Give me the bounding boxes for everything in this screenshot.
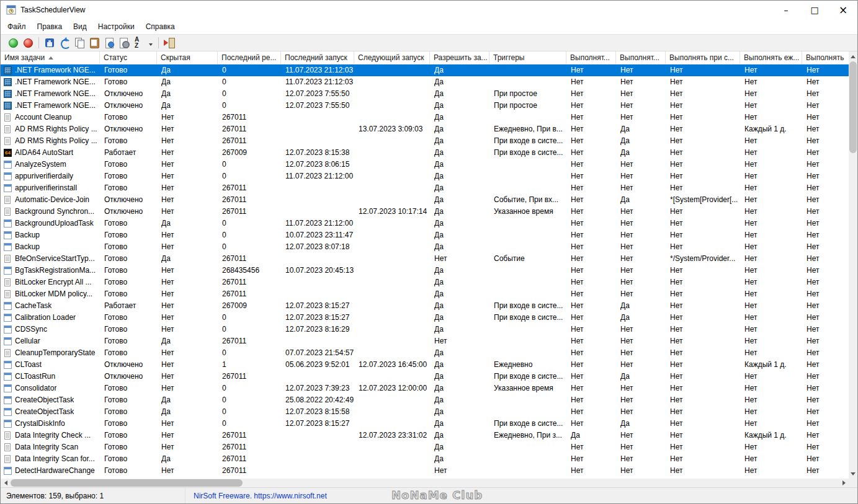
table-row[interactable]: BfeOnServiceStartTyp...ГотовоДа267011Нет… bbox=[1, 253, 857, 265]
table-row[interactable]: DetectHardwareChangeГотовоНет267011НетНе… bbox=[1, 465, 857, 477]
column-header-allow-demand[interactable]: Разрешить за... bbox=[430, 51, 489, 64]
cell-last-run bbox=[281, 453, 354, 465]
table-row[interactable]: AD RMS Rights Policy ...ОтключеноНет2670… bbox=[1, 123, 857, 135]
refresh-icon[interactable] bbox=[58, 37, 71, 49]
cell-run-every: Нет bbox=[740, 182, 802, 194]
table-row[interactable]: BgTaskRegistrationMa...ГотовоНет26843545… bbox=[1, 265, 857, 276]
table-row[interactable]: AIDA64 AutoStartРаботаетНет26700912.07.2… bbox=[1, 147, 857, 159]
column-header-last-run[interactable]: Последний запуск bbox=[281, 51, 354, 64]
table-row[interactable]: BackupГотовоНет012.07.2023 8:07:18ДаНетН… bbox=[1, 241, 857, 253]
cell-next-run bbox=[354, 406, 430, 418]
report-icon[interactable] bbox=[103, 37, 115, 49]
cell-triggers: При входе в систе... bbox=[489, 312, 566, 324]
table-row[interactable]: Automatic-Device-JoinОтключеноНет267011Д… bbox=[1, 194, 857, 206]
table-row[interactable]: CrystalDiskInfoГотовоНет012.07.2023 8:15… bbox=[1, 418, 857, 430]
nirsoft-link[interactable]: NirSoft Freeware. https://www.nirsoft.ne… bbox=[194, 492, 327, 500]
save-icon[interactable] bbox=[43, 37, 56, 49]
column-header-run-every[interactable]: Выполнять еж... bbox=[740, 51, 802, 64]
cell-run-event: Нет bbox=[666, 418, 740, 430]
task-name: CreateObjectTask bbox=[15, 394, 74, 406]
scroll-up-icon[interactable] bbox=[849, 51, 857, 61]
table-row[interactable]: CreateObjectTaskГотовоДа012.07.2023 8:15… bbox=[1, 406, 857, 418]
table-row[interactable]: Background Synchron...ОтключеноНет267011… bbox=[1, 206, 857, 218]
column-header-run-1[interactable]: Выполнят... bbox=[566, 51, 616, 64]
table-row[interactable]: BitLocker MDM policy...ГотовоНет267011Да… bbox=[1, 288, 857, 300]
table-row[interactable]: Data Integrity ScanГотовоНет267011ДаНетН… bbox=[1, 441, 857, 453]
table-row[interactable]: AnalyzeSystemГотовоНет012.07.2023 8:06:1… bbox=[1, 159, 857, 170]
cell-status: Готово bbox=[100, 453, 157, 465]
vertical-scrollbar[interactable] bbox=[849, 51, 857, 479]
cell-run-2: Нет bbox=[616, 347, 666, 359]
clipboard-icon[interactable] bbox=[88, 37, 101, 49]
menu-item-options[interactable]: Настройки bbox=[92, 20, 140, 33]
table-row[interactable]: Account CleanupГотовоНет267011ДаНетНетНе… bbox=[1, 112, 857, 123]
cell-run-1: Нет bbox=[566, 194, 616, 206]
stop-icon[interactable] bbox=[22, 37, 34, 49]
cell-triggers bbox=[489, 241, 566, 253]
cell-status: Готово bbox=[100, 64, 157, 76]
cell-triggers bbox=[489, 265, 566, 276]
cell-status: Готово bbox=[100, 324, 157, 335]
cell-triggers bbox=[489, 64, 566, 76]
table-row[interactable]: .NET Framework NGE...ГотовоДа011.07.2023… bbox=[1, 76, 857, 88]
menu-item-file[interactable]: Файл bbox=[2, 20, 32, 33]
column-header-hidden[interactable]: Скрытая bbox=[157, 51, 218, 64]
table-row[interactable]: BitLocker Encrypt All ...ГотовоНет267011… bbox=[1, 276, 857, 288]
cell-run-event: Нет bbox=[666, 229, 740, 241]
column-header-triggers[interactable]: Триггеры bbox=[489, 51, 566, 64]
copy-icon[interactable] bbox=[73, 37, 86, 49]
table-row[interactable]: appuriverifierdailyГотовоНет011.07.2023 … bbox=[1, 170, 857, 182]
horizontal-scrollbar[interactable] bbox=[1, 479, 849, 487]
table-row[interactable]: CellularГотовоДа267011НетНетНетНетНетНет bbox=[1, 335, 857, 347]
table-row[interactable]: CleanupTemporaryStateГотовоНет007.07.202… bbox=[1, 347, 857, 359]
cell-status: Готово bbox=[100, 112, 157, 123]
task-icon bbox=[4, 314, 12, 322]
cell-run-1: Нет bbox=[566, 465, 616, 477]
cell-name: Consolidator bbox=[1, 382, 100, 394]
table-row[interactable]: ConsolidatorГотовоНет012.07.2023 7:39:23… bbox=[1, 382, 857, 394]
table-row[interactable]: BackupГотовоНет010.07.2023 23:11:47ДаНет… bbox=[1, 229, 857, 241]
column-header-status[interactable]: Статус bbox=[100, 51, 157, 64]
cell-run-event: Нет bbox=[666, 324, 740, 335]
scroll-right-icon[interactable] bbox=[839, 479, 849, 487]
table-row[interactable]: Calibration LoaderГотовоНет012.07.2023 8… bbox=[1, 312, 857, 324]
table-row[interactable]: Data Integrity Check ...ГотовоНет2670111… bbox=[1, 430, 857, 441]
table-row[interactable]: AD RMS Rights Policy ...ГотовоНет267011Д… bbox=[1, 135, 857, 147]
column-header-label: Имя задачи bbox=[4, 53, 45, 62]
table-row[interactable]: CreateObjectTaskГотовоДа025.08.2022 20:4… bbox=[1, 394, 857, 406]
run-icon[interactable] bbox=[7, 37, 19, 49]
menu-item-help[interactable]: Справка bbox=[140, 20, 181, 33]
horizontal-scroll-thumb[interactable] bbox=[11, 479, 243, 487]
cell-run-1: Нет bbox=[566, 253, 616, 265]
cell-run-every: Нет bbox=[740, 135, 802, 147]
table-row[interactable]: CLToastRunОтключеноНет267011ДаПри входе … bbox=[1, 371, 857, 382]
cell-allow-demand: Да bbox=[430, 182, 489, 194]
close-button[interactable]: × bbox=[829, 1, 857, 19]
menu-item-view[interactable]: Вид bbox=[68, 20, 92, 33]
scroll-down-icon[interactable] bbox=[849, 469, 857, 479]
scroll-left-icon[interactable] bbox=[1, 479, 10, 487]
table-row[interactable]: BackgroundUploadTaskГотовоДа011.07.2023 … bbox=[1, 218, 857, 229]
properties-icon[interactable] bbox=[118, 37, 130, 49]
table-row[interactable]: CacheTaskРаботаетНет26700912.07.2023 8:1… bbox=[1, 300, 857, 312]
column-header-run-2[interactable]: Выполнят... bbox=[616, 51, 666, 64]
dropdown-caret-icon[interactable] bbox=[149, 43, 153, 48]
table-row[interactable]: Data Integrity Scan for...ГотовоДа267011… bbox=[1, 453, 857, 465]
minimize-button[interactable]: – bbox=[772, 1, 800, 19]
column-header-next-run[interactable]: Следующий запуск bbox=[354, 51, 430, 64]
table-row[interactable]: CLToastОтключеноНет105.06.2023 9:52:0112… bbox=[1, 359, 857, 371]
exit-icon[interactable] bbox=[163, 37, 176, 49]
vertical-scroll-thumb[interactable] bbox=[849, 61, 857, 153]
column-header-name[interactable]: Имя задачи bbox=[1, 51, 100, 64]
table-row[interactable]: .NET Framework NGE...ОтключеноДа012.07.2… bbox=[1, 100, 857, 112]
table-row[interactable]: .NET Framework NGE...ОтключеноДа012.07.2… bbox=[1, 88, 857, 100]
sort-icon[interactable] bbox=[133, 37, 148, 49]
cell-run-event: Нет bbox=[666, 147, 740, 159]
maximize-button[interactable]: □ bbox=[800, 1, 829, 19]
column-header-last-result[interactable]: Последний ре... bbox=[218, 51, 281, 64]
table-row[interactable]: CDSSyncГотовоНет012.07.2023 8:16:29ДаНет… bbox=[1, 324, 857, 335]
table-row[interactable]: appuriverifierinstallГотовоНет267011ДаНе… bbox=[1, 182, 857, 194]
table-row[interactable]: .NET Framework NGE...ГотовоДа011.07.2023… bbox=[1, 64, 857, 76]
column-header-run-event[interactable]: Выполнять при с... bbox=[666, 51, 740, 64]
menu-item-edit[interactable]: Правка bbox=[32, 20, 68, 33]
